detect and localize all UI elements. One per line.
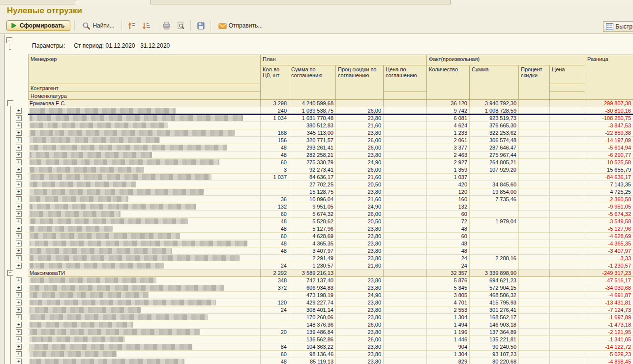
table-cell[interactable] (550, 292, 585, 299)
table-cell[interactable] (550, 218, 585, 225)
table-row[interactable]: 20139 486,8423,801 196137 364,89-2 121,9… (28, 329, 633, 336)
table-cell[interactable] (519, 211, 550, 218)
table-cell[interactable]: 139 486,84 (289, 329, 336, 336)
masked-item-name[interactable] (28, 255, 261, 262)
table-cell[interactable] (261, 314, 289, 321)
table-cell[interactable] (384, 306, 427, 314)
masked-item-name[interactable] (28, 329, 261, 336)
masked-item-name[interactable] (28, 218, 261, 225)
table-row[interactable]: 48282 258,2123,802 463275 967,44-6 290,7… (28, 152, 633, 159)
diff-cell[interactable]: 15 655,79 (585, 166, 633, 174)
table-cell[interactable]: 2 288,16 (470, 255, 519, 262)
expand-row-box[interactable]: + (16, 137, 22, 143)
table-cell[interactable]: 923 519,73 (470, 115, 519, 122)
diff-cell[interactable]: -13 431,81 (585, 299, 633, 306)
table-row[interactable]: 604 628,6923,8060-4 628,69 (28, 233, 633, 240)
table-cell[interactable]: 84 636,17 (289, 174, 336, 181)
table-cell[interactable]: 2 553 (427, 306, 470, 314)
table-cell[interactable]: 34 845,60 (470, 181, 519, 188)
table-cell[interactable]: 48 (261, 218, 289, 225)
table-row[interactable]: 348742 137,4023,805 876694 621,23-47 516… (28, 277, 633, 284)
table-cell[interactable] (519, 181, 550, 188)
table-cell[interactable] (384, 262, 427, 270)
table-cell[interactable] (550, 255, 585, 262)
expand-row-box[interactable]: + (16, 359, 22, 364)
expand-row-box[interactable]: + (16, 329, 22, 335)
table-cell[interactable]: 23,80 (336, 255, 384, 262)
table-cell[interactable] (384, 181, 427, 188)
tab-active[interactable] (75, 0, 151, 4)
table-row[interactable]: 372606 934,8323,805 345572 904,15-34 030… (28, 284, 633, 292)
diff-cell[interactable]: 4 725,25 (585, 188, 633, 196)
expand-row-box[interactable]: + (16, 130, 22, 136)
table-cell[interactable] (550, 262, 585, 270)
table-cell[interactable]: 345 113,00 (289, 129, 336, 137)
table-cell[interactable]: 2 061 (427, 137, 470, 144)
table-cell[interactable] (384, 122, 427, 129)
sort-descending-button[interactable] (141, 20, 152, 31)
diff-cell[interactable]: 7 143,35 (585, 181, 633, 188)
table-cell[interactable]: 4 701 (427, 299, 470, 306)
masked-item-name[interactable] (28, 314, 261, 321)
group-row-name[interactable]: МаксимоваТИ (28, 270, 261, 277)
expand-row-box[interactable]: + (16, 174, 22, 180)
table-cell[interactable] (519, 196, 550, 203)
table-cell[interactable]: 21,60 (336, 174, 384, 181)
table-row[interactable]: 3610 096,0421,601607 735,46-2 360,58 (28, 196, 633, 203)
table-cell[interactable]: 694 621,23 (470, 277, 519, 284)
expand-row-box[interactable]: + (16, 233, 22, 239)
expand-row-box[interactable]: + (16, 285, 22, 291)
masked-item-name[interactable] (28, 240, 261, 247)
table-cell[interactable]: 1 034 (261, 115, 289, 122)
table-cell[interactable]: 60 (261, 211, 289, 218)
table-cell[interactable]: 107 929,20 (470, 166, 519, 174)
table-cell[interactable] (519, 336, 550, 343)
table-row[interactable]: 4885 119,1323,8082980 220,68-4 898,45 (28, 358, 633, 364)
diff-cell[interactable]: -249 317,23 (585, 270, 633, 277)
expand-row-box[interactable]: + (16, 344, 22, 350)
table-cell[interactable] (519, 174, 550, 181)
table-cell[interactable]: 7 735,46 (470, 196, 519, 203)
table-cell[interactable]: 23,80 (336, 306, 384, 314)
masked-item-name[interactable] (28, 299, 261, 306)
table-cell[interactable] (550, 122, 585, 129)
header-group-plan[interactable]: План (261, 55, 427, 65)
table-cell[interactable]: 23,80 (336, 314, 384, 321)
table-row[interactable]: 48293 261,4126,003 377287 646,47-5 614,9… (28, 144, 633, 152)
tab-left[interactable] (0, 0, 75, 4)
table-cell[interactable] (384, 188, 427, 196)
masked-item-name[interactable] (28, 284, 261, 292)
expand-row-box[interactable]: + (16, 351, 22, 357)
table-cell[interactable]: 23,80 (336, 188, 384, 196)
table-cell[interactable] (519, 255, 550, 262)
expand-row-box[interactable]: + (16, 159, 22, 165)
table-cell[interactable]: 5 674,32 (289, 211, 336, 218)
table-cell[interactable]: 26,00 (336, 211, 384, 218)
table-cell[interactable] (519, 122, 550, 129)
expand-row-box[interactable]: + (16, 152, 22, 158)
table-cell[interactable] (470, 174, 519, 181)
table-cell[interactable]: 48 (261, 358, 289, 364)
table-cell[interactable] (470, 233, 519, 240)
table-cell[interactable]: 48 (261, 240, 289, 247)
table-cell[interactable]: 5 876 (427, 277, 470, 284)
table-cell[interactable] (519, 277, 550, 284)
expand-row-box[interactable]: + (16, 322, 22, 328)
masked-item-name[interactable] (28, 306, 261, 314)
table-row[interactable]: 605 674,3226,0060-5 674,32 (28, 211, 633, 218)
table-cell[interactable] (550, 152, 585, 159)
table-cell[interactable] (384, 284, 427, 292)
table-cell[interactable] (336, 100, 384, 107)
table-row[interactable]: МаксимоваТИ2 2923 589 216,1332 3573 339 … (28, 270, 633, 277)
group-row-name[interactable]: Ермакова Е.С. (28, 100, 261, 107)
expand-row-box[interactable]: + (16, 189, 22, 195)
table-cell[interactable]: 4 240 599,68 (289, 100, 336, 107)
table-cell[interactable]: 26,00 (336, 137, 384, 144)
table-cell[interactable] (550, 203, 585, 211)
table-cell[interactable] (519, 129, 550, 137)
table-cell[interactable] (519, 218, 550, 225)
masked-item-name[interactable] (28, 188, 261, 196)
table-cell[interactable] (261, 188, 289, 196)
table-cell[interactable] (519, 152, 550, 159)
table-cell[interactable] (261, 292, 289, 299)
